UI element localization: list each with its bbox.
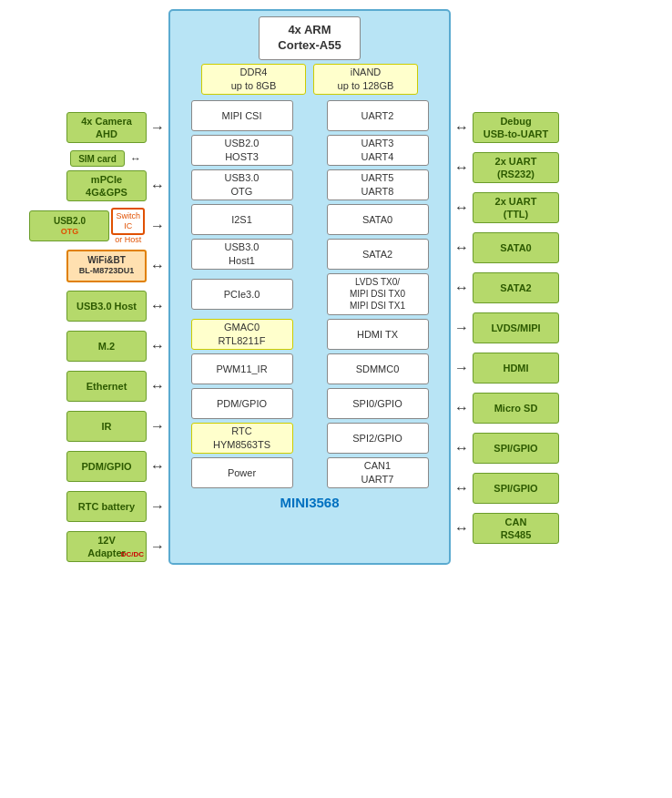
sata0-right-box: SATA0 (473, 232, 559, 263)
center-row-6: GMAC0 RTL8211F HDMI TX (170, 317, 449, 352)
m2-box: M.2 (66, 331, 147, 362)
pcie30-box: PCIe3.0 (191, 279, 293, 310)
sdmmc0-box: SDMMC0 (327, 353, 429, 384)
sim-card-box: SIM card (70, 150, 125, 167)
mini3568-label: MINI3568 (170, 490, 449, 515)
dcdc-label: DC/DC (121, 550, 144, 559)
arrow-12v: → (147, 539, 168, 554)
sata2-right-box: SATA2 (473, 272, 559, 303)
left-row-ethernet: Ethernet ↔ (9, 368, 168, 404)
inand-box: iNAND up to 128GB (313, 64, 418, 95)
center-row-9: RTC HYM8563TS SPI2/GPIO (170, 421, 449, 455)
right-row-debug: ↔ Debug USB-to-UART (451, 109, 610, 146)
right-row-can: ↔ CAN RS485 (451, 510, 610, 547)
arrow-sim: ↔ (125, 153, 147, 164)
wifi-box: WiFi&BT BL-M8723DU1 (66, 250, 147, 282)
left-row-ir: IR → (9, 408, 168, 445)
mpcie-box: mPCIe 4G&GPS (66, 170, 147, 201)
hdmi-box: HDMI (473, 353, 559, 384)
spi2-gpio-box: SPI2/GPIO (327, 423, 429, 454)
left-peripherals: 4x Camera AHD → SIM card ↔ mPCIe 4G&GPS … (9, 9, 168, 565)
usb3-host1-box: USB3.0 Host1 (191, 239, 293, 270)
ir-box: IR (66, 411, 147, 442)
arrow-rtc: → (147, 499, 168, 514)
arrow-spi-gpio-2: ↔ (451, 481, 473, 496)
arrow-sata0: ↔ (451, 240, 473, 255)
pwm11-box: PWM11_IR (191, 353, 293, 384)
arrow-can: ↔ (451, 521, 473, 536)
memory-row: DDR4 up to 8GB iNAND up to 128GB (170, 64, 449, 98)
center-row-2: USB3.0 OTG UART5 UART8 (170, 168, 449, 202)
sata0-center-box: SATA0 (327, 204, 429, 235)
gmac0-box: GMAC0 RTL8211F (191, 319, 293, 350)
arrow-ethernet: ↔ (147, 379, 168, 394)
right-row-microsd: ↔ Micro SD (451, 390, 610, 426)
left-row-usb-otg: USB2.0 OTG Switch IC or Host → (9, 208, 168, 244)
arrow-camera: → (147, 120, 168, 135)
left-row-12v: 12V Adapter DC/DC → (9, 528, 168, 565)
debug-uart-box: Debug USB-to-UART (473, 112, 559, 143)
right-row-spi-gpio-1: ↔ SPI/GPIO (451, 430, 610, 466)
right-row-uart-rs232: ↔ 2x UART (RS232) (451, 149, 610, 186)
arrow-uart-rs232: ↔ (451, 160, 473, 175)
center-row-7: PWM11_IR SDMMC0 (170, 352, 449, 386)
or-host-label: or Host (115, 235, 141, 244)
can1-box: CAN1 UART7 (327, 457, 429, 488)
usb3-otg-box: USB3.0 OTG (191, 169, 293, 200)
switch-ic-group: Switch IC or Host (111, 208, 145, 244)
uart-rs232-box: 2x UART (RS232) (473, 152, 559, 183)
right-row-spi-gpio-2: ↔ SPI/GPIO (451, 470, 610, 506)
uart58-box: UART5 UART8 (327, 169, 429, 200)
right-row-sata2: ↔ SATA2 (451, 270, 610, 306)
microsd-box: Micro SD (473, 393, 559, 424)
arrow-debug: ↔ (451, 120, 473, 135)
right-row-hdmi: → HDMI (451, 350, 610, 386)
spi-gpio-2-box: SPI/GPIO (473, 473, 559, 504)
center-row-10: Power CAN1 UART7 (170, 455, 449, 490)
center-row-3: I2S1 SATA0 (170, 202, 449, 237)
lvds-mipi-box: LVDS/MIPI (473, 312, 559, 343)
pdm-box: PDM/GPIO (66, 451, 147, 482)
left-row-rtc: RTC battery → (9, 488, 168, 525)
left-row-camera: 4x Camera AHD → (9, 109, 168, 146)
center-row-5: PCIe3.0 LVDS TX0/ MIPI DSI TX0 MIPI DSI … (170, 271, 449, 317)
rtc-center-box: RTC HYM8563TS (191, 423, 293, 454)
ddr4-box: DDR4 up to 8GB (201, 64, 306, 95)
left-row-usb3-host: USB3.0 Host ↔ (9, 288, 168, 324)
lvds-tx-box: LVDS TX0/ MIPI DSI TX0 MIPI DSI TX1 (327, 273, 429, 315)
right-row-uart-ttl: ↔ 2x UART (TTL) (451, 189, 610, 226)
arrow-wifi: ↔ (147, 259, 168, 273)
left-row-pdm: PDM/GPIO ↔ (9, 448, 168, 485)
left-row-mpcie: mPCIe 4G&GPS ↔ (9, 168, 168, 204)
center-row-1: USB2.0 HOST3 UART3 UART4 (170, 133, 449, 168)
right-peripherals: ↔ Debug USB-to-UART ↔ 2x UART (RS232) ↔ … (451, 9, 610, 565)
right-row-sata0: ↔ SATA0 (451, 230, 610, 266)
left-row-m2: M.2 ↔ (9, 328, 168, 364)
arrow-m2: ↔ (147, 339, 168, 353)
12v-box: 12V Adapter DC/DC (66, 531, 147, 562)
arrow-sata2: ↔ (451, 281, 473, 295)
power-box: Power (191, 457, 293, 488)
arrow-microsd: ↔ (451, 401, 473, 415)
center-row-4: USB3.0 Host1 SATA2 (170, 237, 449, 271)
spi0-gpio-box: SPI0/GPIO (327, 388, 429, 419)
uart34-box: UART3 UART4 (327, 135, 429, 166)
cpu-label: 4x ARM Cortex-A55 (259, 16, 360, 60)
arrow-pdm: ↔ (147, 459, 168, 474)
arrow-ir: → (147, 419, 168, 434)
right-row-lvds: → LVDS/MIPI (451, 310, 610, 346)
uart-ttl-box: 2x UART (TTL) (473, 192, 559, 223)
camera-box: 4x Camera AHD (66, 112, 147, 143)
usb-otg-box: USB2.0 OTG (29, 210, 109, 241)
center-soc-block: 4x ARM Cortex-A55 DDR4 up to 8GB iNAND u… (168, 9, 451, 565)
arrow-spi-gpio-1: ↔ (451, 441, 473, 455)
pdm-gpio-center-box: PDM/GPIO (191, 388, 293, 419)
sata2-center-box: SATA2 (327, 239, 429, 270)
spi-gpio-1-box: SPI/GPIO (473, 433, 559, 464)
i2s1-box: I2S1 (191, 204, 293, 235)
arrow-usb-otg: → (147, 219, 168, 233)
center-row-8: PDM/GPIO SPI0/GPIO (170, 386, 449, 421)
arrow-usb3-host: ↔ (147, 299, 168, 313)
cpu-section: 4x ARM Cortex-A55 (170, 11, 449, 64)
arrow-mpcie: ↔ (147, 179, 168, 193)
